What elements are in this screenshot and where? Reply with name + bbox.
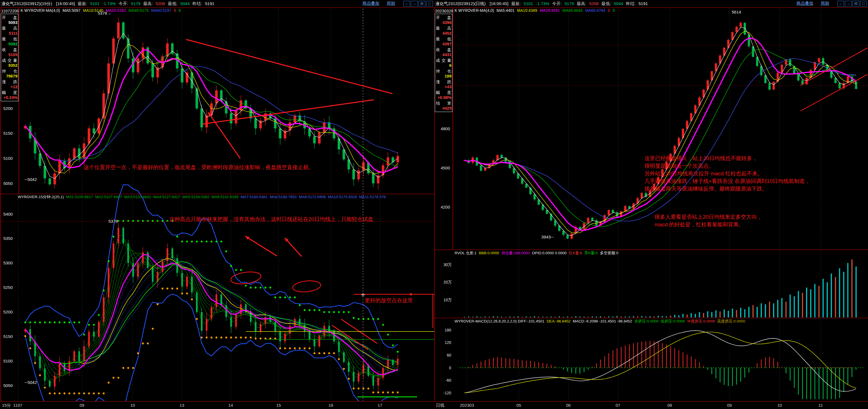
sidebar-value: 78679 [1,74,18,79]
price-extreme-label: 5378 [108,219,118,224]
quote-field: 5208 [156,1,165,6]
chart-panel-daily: 液化气2312(023912)(日线)[16:00:45]最新:5101-1.7… [434,0,868,409]
macd-indicator-row: WYROVER-MACD(12,26,9,20,2,2,0) DIFF:-101… [455,319,747,324]
svg-text:5200: 5200 [3,106,13,111]
period-label: 15分 [2,403,11,408]
axis-tick: 10 [777,403,782,408]
quote-field: 今开: [119,1,128,6]
sidebar-value: +0.24% [1,95,18,100]
axis-tick: 15 [276,403,281,408]
chart-canvas[interactable]: 48004500420030万20万10万180120600-60-120561… [434,0,868,409]
svg-text:5100: 5100 [3,358,13,363]
page-right-button[interactable]: → [845,1,852,6]
sidebar-value: 5111 [1,31,18,36]
sidebar-label: 持仓 [1,68,18,74]
sidebar-value: 5092 [1,42,18,47]
page-left-button[interactable]: ← [403,1,410,6]
page-right-button[interactable]: → [411,1,418,6]
quote-field: 5191 [639,1,648,6]
sub-indicator-row: WYROVER-15分钟-2(20,1)MA1:5100.8617MA2:510… [18,195,388,200]
sidebar-label: 最低 [1,36,18,42]
axis-tick: 07 [616,403,620,408]
bar-timestamp: 11072200 [1,8,18,14]
axis-tick: 17 [378,403,382,408]
quote-field: 今开: [552,1,562,6]
quote-field: 5179 [564,1,574,6]
quote-field: 5179 [131,1,140,6]
quote-field: 最新: [511,1,521,6]
svg-text:5400: 5400 [3,212,13,216]
bar-timestamp: 20230328 [435,8,452,14]
sidebar-label: 持仓 [435,68,452,74]
sidebar-value: 5105 [1,52,18,58]
axis-tick: 202303 [460,403,474,408]
axis-tick: 06 [566,403,571,408]
axis-tick: 11 [818,403,823,408]
svg-text:180: 180 [445,328,452,332]
split-window-button[interactable]: ⊟ [852,1,859,6]
svg-text:5150: 5150 [3,131,13,136]
ma-indicator-row: K WYROVER-MA(4,0)MA5:4401MA10:4389MA20:4… [455,8,617,13]
svg-text:0: 0 [449,366,451,370]
sidebar-label: 幅度 [435,90,452,95]
svg-text:-60: -60 [445,378,451,382]
axis-tick: 08 [668,403,672,408]
sidebar-label: 最高 [435,25,452,31]
axis-tick: 09 [727,403,732,408]
analysis-annotation: 更好的放空点在这里 [365,296,413,304]
split-window-button[interactable]: ⊟ [418,1,425,6]
chart-canvas[interactable]: 5200515051005050540053505300525052005150… [0,0,434,409]
period-link[interactable]: 周期 [387,1,395,6]
quote-field: 5044 [614,1,623,6]
axis-tick: 13 [180,403,184,408]
quote-field: 最低: [168,1,178,6]
axis-tick: 09 [80,403,85,408]
quote-field: 5101 [524,1,533,6]
sidebar-value: 4398 [435,20,452,25]
sidebar-value: +12 [1,85,18,90]
price-extreme-label: ─5042 [24,380,37,385]
quote-field: 最低: [601,1,611,6]
quote-field: 5191 [205,1,214,6]
window-controls: 商品叠加周期←→⊟□ [797,0,867,7]
quote-field: 5208 [589,1,598,6]
chart-panel-15min: 液化气2312(023912)(15分)[16:00:45]最新:5101-1.… [0,0,434,409]
quote-field: 5044 [180,1,190,6]
sidebar-value: 4452 [435,31,452,36]
sidebar-value: +0.98% [435,95,452,100]
axis-tick: 05 [517,403,521,408]
rvol-indicator-row: RVOL 仓差:1BBB:0.0000持仓量:189.0000OPID:0.00… [455,251,621,256]
sidebar-label: 收盘 [435,47,452,52]
quote-field: -1.73% [536,1,550,6]
quote-field: 最高: [577,1,586,6]
sidebar-value: 189 [435,74,452,79]
sidebar-label: 涨跌 [435,79,452,85]
price-extreme-label: 3943─ [541,235,554,239]
sidebar-label: 幅度 [1,90,18,95]
svg-text:5150: 5150 [3,334,13,339]
quote-field: 昨结: [193,1,202,6]
sidebar-label: 最低 [435,36,452,42]
quote-field: -1.73% [102,1,116,6]
maximize-window-button[interactable]: □ [426,1,433,6]
price-extreme-label: ─5042 [24,177,37,182]
maximize-window-button[interactable]: □ [860,1,867,6]
svg-text:60: 60 [447,353,451,357]
period-label: 日线 [436,403,444,408]
sidebar-label: 开盘 [1,14,18,20]
svg-text:5200: 5200 [3,310,13,314]
contract-title: 液化气2312(023912)(日线) [435,1,486,6]
overlay-commodity-link[interactable]: 商品叠加 [797,1,813,6]
quote-field: [16:00:45] [490,1,508,6]
overlay-commodity-link[interactable]: 商品叠加 [363,1,379,6]
sidebar-label: 结算 [435,100,452,106]
page-left-button[interactable]: ← [837,1,844,6]
quote-field: 最新: [78,1,87,6]
sidebar-value: 4397 [435,42,452,47]
svg-text:30万: 30万 [443,262,452,267]
svg-text:120: 120 [445,340,452,345]
sidebar-value: 6 [435,63,452,68]
period-link[interactable]: 周期 [821,1,829,6]
axis-tick: 1107 [13,403,22,408]
sidebar-value: 4431 [435,52,452,58]
